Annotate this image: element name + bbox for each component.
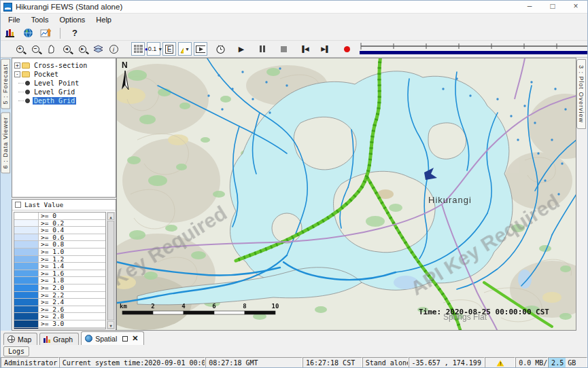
menu-bar: File Tools Options Help: [1, 14, 587, 26]
close-button[interactable]: ×: [564, 1, 587, 13]
record-button[interactable]: [340, 42, 353, 56]
minimize-button[interactable]: –: [518, 1, 541, 13]
tree-node-level-grid[interactable]: Level Grid: [12, 88, 116, 96]
legend-class-label: >= 2.0: [39, 284, 105, 291]
database-status-icon[interactable]: [3, 26, 17, 40]
legend-class-label: >= 1.8: [39, 277, 105, 284]
zoom-out-icon[interactable]: −: [29, 42, 42, 56]
legend-color-swatch: [14, 241, 39, 248]
place-label-hikurangi: Hikurangi: [428, 195, 472, 205]
main-toolbar: ?: [1, 26, 587, 41]
legend-class-label: >= 1.0: [39, 249, 105, 255]
legend-color-swatch: [14, 292, 39, 299]
scroll-up-icon[interactable]: ▲: [107, 213, 114, 220]
logs-button[interactable]: Logs: [3, 346, 29, 356]
zoom-next-icon[interactable]: ▸: [75, 42, 89, 56]
last-value-checkbox[interactable]: [15, 202, 21, 208]
legend-panel: Last Value >= 0 >= 0.2: [12, 199, 116, 331]
classification-dropdown[interactable]: ●0.1▼: [147, 42, 160, 56]
tab-spatial-label: Spatial: [95, 335, 117, 343]
menu-help[interactable]: Help: [91, 15, 116, 24]
tree-node-label[interactable]: Cross-section: [33, 62, 88, 69]
logs-row: Logs: [1, 345, 587, 357]
leaf-node-icon: [25, 90, 30, 94]
legend-class-label: >= 3.0: [39, 320, 105, 327]
maximize-tab-icon[interactable]: [122, 336, 128, 342]
tree-node-pocket[interactable]: - Pocket: [12, 70, 116, 78]
legend-class-label: >= 0.2: [39, 220, 105, 227]
grid-display-icon[interactable]: [131, 42, 145, 56]
status-download-speed: 0.0 MB/s: [515, 357, 548, 368]
movie-export-icon[interactable]: [194, 42, 207, 56]
play-button[interactable]: ▶: [235, 42, 248, 56]
legend-color-swatch: [14, 284, 39, 291]
tree-connector: [18, 83, 24, 84]
tab-spatial[interactable]: Spatial ✕: [81, 331, 144, 345]
tree-node-depth-grid[interactable]: Depth Grid: [12, 96, 116, 105]
last-value-option[interactable]: Last Value: [12, 200, 116, 210]
tree-node-level-point[interactable]: Level Point: [12, 79, 116, 87]
thresholds-warning-dropdown[interactable]: !▼: [178, 42, 192, 56]
time-slider[interactable]: [358, 42, 588, 56]
animation-clock-icon[interactable]: [213, 42, 227, 56]
legend-color-swatch: [14, 306, 39, 313]
legend-row: >= 3.0: [14, 320, 105, 328]
title-bar: Hikurangi FEWS (Stand alone) – □ ×: [1, 1, 587, 14]
zoom-previous-icon[interactable]: ◂: [60, 42, 73, 56]
zoom-in-icon[interactable]: +: [13, 42, 27, 56]
elevation-scale-icon[interactable]: E: [162, 42, 176, 56]
legend-class-label: >= 2.8: [39, 313, 105, 320]
warning-icon: [496, 360, 504, 366]
legend-color-swatch: [14, 270, 39, 277]
pause-button[interactable]: [256, 42, 269, 56]
layers-icon[interactable]: [91, 42, 105, 56]
info-icon[interactable]: i: [107, 42, 120, 56]
legend-class-label: >= 0.4: [39, 227, 105, 234]
legend-color-swatch: [14, 256, 39, 263]
tree-node-label-selected[interactable]: Depth Grid: [33, 97, 76, 105]
status-warning-cell[interactable]: [485, 357, 515, 368]
graph-tab-icon: [44, 335, 50, 343]
close-tab-icon[interactable]: ✕: [132, 334, 138, 343]
tab-data-viewer[interactable]: 6 : Data Viewer: [1, 112, 10, 173]
tree-node-label[interactable]: Level Grid: [33, 88, 76, 96]
expander-icon[interactable]: -: [14, 71, 20, 77]
maximize-button[interactable]: □: [541, 1, 564, 13]
folder-icon: [22, 62, 30, 69]
legend-color-swatch: [14, 220, 39, 227]
menu-file[interactable]: File: [3, 15, 25, 24]
stop-button[interactable]: [277, 42, 290, 56]
scrollbar-thumb[interactable]: [107, 221, 114, 320]
timeseries-display-icon[interactable]: [39, 26, 52, 40]
skip-to-start-button[interactable]: ▐◀: [298, 42, 311, 56]
bottom-tab-bar: Map Graph Spatial ✕: [1, 331, 587, 345]
legend-scrollbar[interactable]: ▲ ▼: [107, 212, 115, 329]
svg-text:8: 8: [243, 303, 246, 310]
tree-node-cross-section[interactable]: + Cross-section: [12, 61, 116, 69]
tab-forecast[interactable]: 5 : Forecast: [1, 59, 10, 109]
svg-text:km: km: [120, 303, 127, 310]
spatial-map-view[interactable]: API Key Required API Key Required Hikura…: [116, 58, 576, 331]
legend-color-swatch: [14, 277, 39, 284]
right-dock-strip: 3 : Plot Overview: [576, 58, 588, 331]
help-button[interactable]: ?: [68, 26, 82, 40]
pan-hand-icon[interactable]: [44, 42, 58, 56]
map-display-globe-icon[interactable]: [21, 26, 35, 40]
map-tab-icon: [7, 335, 15, 343]
tab-graph[interactable]: Graph: [39, 333, 79, 345]
tree-node-label[interactable]: Level Point: [33, 79, 80, 87]
app-logo-icon: [3, 3, 12, 12]
tab-plot-overview[interactable]: 3 : Plot Overview: [576, 59, 586, 129]
legend-class-label: >= 0: [39, 213, 105, 219]
skip-to-end-button[interactable]: ▶▌: [319, 42, 332, 56]
expander-icon[interactable]: +: [14, 62, 20, 69]
scroll-down-icon[interactable]: ▼: [107, 321, 114, 329]
legend-class-label: >= 1.2: [39, 256, 105, 263]
application-window: Hikurangi FEWS (Stand alone) – □ × File …: [0, 0, 588, 368]
tab-map[interactable]: Map: [3, 333, 37, 345]
menu-options[interactable]: Options: [54, 15, 90, 24]
menu-tools[interactable]: Tools: [27, 15, 54, 24]
status-coordinates: -35.657 , 174.199: [409, 357, 485, 368]
tree-node-label[interactable]: Pocket: [33, 71, 60, 78]
svg-text:N: N: [122, 60, 128, 70]
